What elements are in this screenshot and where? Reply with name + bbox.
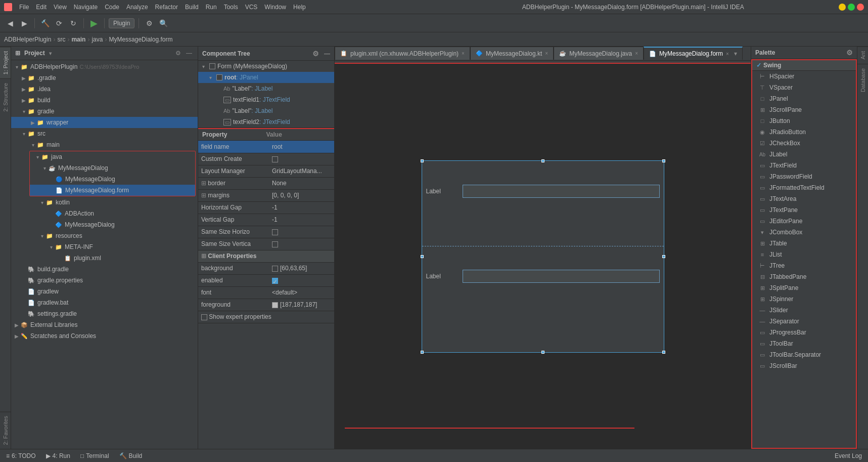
prop-row-margins[interactable]: ⊞ margins [0, 0, 0, 0]	[198, 189, 334, 201]
form-canvas[interactable]: Label Label	[422, 160, 664, 353]
bottom-tab-build[interactable]: 🔨 Build	[117, 449, 145, 462]
prop-row-ssvertica[interactable]: Same Size Vertica	[198, 238, 334, 250]
prop-row-expert[interactable]: Show expert properties	[198, 311, 334, 323]
forward-button[interactable]: ▶	[18, 17, 30, 29]
tree-item-gradlew[interactable]: 📄 gradlew	[11, 286, 198, 297]
comp-tree-label2[interactable]: Ab "Label" : JLabel	[198, 105, 334, 116]
palette-item-jbutton[interactable]: □ JButton	[752, 115, 856, 127]
minimize-button[interactable]	[839, 4, 846, 11]
ss-horizo-checkbox[interactable]	[272, 229, 278, 235]
tree-item-gradleprops[interactable]: 🐘 gradle.properties	[11, 275, 198, 286]
palette-item-hspacer[interactable]: ⊢ HSpacier	[752, 71, 856, 82]
tree-item-adbaction[interactable]: 🔷 ADBAction	[11, 208, 198, 219]
comp-tree-label1[interactable]: Ab "Label" : JLabel	[198, 83, 334, 94]
back-button[interactable]: ◀	[4, 17, 16, 29]
component-tree-gear[interactable]: ⚙	[312, 50, 319, 58]
tree-item-resources[interactable]: ▾ 📁 resources	[11, 230, 198, 241]
bc-form[interactable]: MyMessageDialog.form	[109, 36, 172, 43]
tree-item-scratches[interactable]: ▶ ✏️ Scratches and Consoles	[11, 330, 198, 342]
tab-close-msgform[interactable]: ×	[726, 51, 729, 57]
tree-item-metainf[interactable]: ▾ 📁 META-INF	[11, 241, 198, 253]
palette-item-jlabel[interactable]: Ab JLabel	[752, 149, 856, 160]
prop-expand-border[interactable]: ⊞	[201, 180, 206, 187]
palette-section-swing[interactable]: ✓ Swing	[752, 60, 856, 71]
project-minus-btn[interactable]: —	[185, 49, 194, 58]
prop-row-customcreate[interactable]: Custom Create	[198, 153, 334, 165]
editor-tab-msgkt[interactable]: 🔷 MyMessageDialog.kt ×	[470, 47, 554, 60]
palette-item-jtable[interactable]: ⊞ JTable	[752, 238, 856, 249]
menu-tools[interactable]: Tools	[221, 3, 241, 12]
prop-row-sshorizo[interactable]: Same Size Horizo	[198, 226, 334, 238]
menu-window[interactable]: Window	[261, 3, 289, 12]
comp-tree-tf2[interactable]: ▭ textField2 : JTextField	[198, 116, 334, 128]
ss-vertica-checkbox[interactable]	[272, 241, 278, 247]
menu-analyze[interactable]: Analyze	[123, 3, 151, 12]
palette-item-jtextpane[interactable]: ▭ JTextPane	[752, 204, 856, 216]
prop-expand-margins[interactable]: ⊞	[201, 192, 206, 199]
bottom-tab-todo[interactable]: ≡ 6: TODO	[4, 449, 38, 462]
tab-dropdown-icon[interactable]: ▾	[734, 50, 737, 57]
prop-row-enabled[interactable]: enabled ✓	[198, 274, 334, 286]
tree-item-settingsgradle[interactable]: 🐘 settings.gradle	[11, 308, 198, 319]
palette-item-vspacer[interactable]: ⊤ VSpacer	[752, 82, 856, 93]
prop-row-border[interactable]: ⊞ border None	[198, 177, 334, 189]
tree-item-gradlewbat[interactable]: 📄 gradlew.bat	[11, 297, 198, 308]
menu-code[interactable]: Code	[102, 3, 122, 12]
prop-row-vgap[interactable]: Vertical Gap -1	[198, 214, 334, 226]
menu-navigate[interactable]: Navigate	[71, 3, 101, 12]
prop-row-background[interactable]: background [60,63,65]	[198, 262, 334, 274]
palette-item-jtoolbar[interactable]: ▭ JToolBar	[752, 338, 856, 349]
bc-project[interactable]: ADBHelperPlugin	[4, 36, 51, 43]
menu-bar[interactable]: File Edit View Navigate Code Analyze Ref…	[16, 3, 428, 12]
tree-item-java[interactable]: ▾ 📁 java	[30, 151, 195, 162]
menu-vcs[interactable]: VCS	[242, 3, 261, 12]
side-tab-structure[interactable]: 2: Structure	[0, 78, 11, 116]
tree-item-root[interactable]: ▾ 📁 ADBHelperPlugin C:\Users\89753\IdeaP…	[11, 61, 198, 72]
comp-tree-tf1[interactable]: ▭ textField1 : JTextField	[198, 94, 334, 105]
palette-item-jtextarea[interactable]: ▭ JTextArea	[752, 193, 856, 204]
palette-item-jradio[interactable]: ◉ JRadioButton	[752, 127, 856, 138]
menu-help[interactable]: Help	[290, 3, 309, 12]
bottom-tab-terminal[interactable]: □ Terminal	[78, 449, 111, 462]
menu-view[interactable]: View	[51, 3, 70, 12]
prop-expand-client[interactable]: ⊞	[201, 253, 206, 260]
tree-item-main[interactable]: ▾ 📁 main	[11, 139, 198, 150]
palette-item-jslider[interactable]: — JSlider	[752, 305, 856, 316]
palette-item-jformatted[interactable]: ▭ JFormattedTextField	[752, 182, 856, 193]
tab-close-msgjava[interactable]: ×	[635, 51, 638, 56]
tree-item-kotlin[interactable]: ▾ 📁 kotlin	[11, 197, 198, 208]
project-gear-btn[interactable]: ⚙	[173, 49, 182, 58]
tree-item-msgdialog-class[interactable]: 🔵 MyMessageDialog	[30, 174, 195, 185]
editor-tab-msgform[interactable]: 📄 MyMessageDialog.form × ▾	[644, 47, 743, 60]
palette-item-jcheckbox[interactable]: ☑ JCheckBox	[752, 138, 856, 149]
prop-row-foreground[interactable]: foreground [187,187,187]	[198, 299, 334, 311]
run-button[interactable]: ▶	[88, 17, 100, 29]
tab-close-pluginxml[interactable]: ×	[462, 51, 465, 56]
comp-tree-form[interactable]: ▾ Form (MyMessageDialog)	[198, 61, 334, 72]
tab-close-msgkt[interactable]: ×	[545, 51, 548, 56]
tree-item-gradle-hidden[interactable]: ▶ 📁 .gradle	[11, 72, 198, 83]
palette-item-jtoolbar-sep[interactable]: ▭ JToolBar.Separator	[752, 349, 856, 360]
comp-checkbox-form[interactable]	[209, 63, 215, 69]
palette-item-jlist[interactable]: ≡ JList	[752, 249, 856, 260]
side-tab-favorites[interactable]: 2: Favorites	[0, 411, 11, 449]
tree-item-wrapper[interactable]: ▶ 📁 wrapper	[11, 117, 198, 128]
refresh-button[interactable]: ↻	[67, 17, 79, 29]
canvas-textfield-2[interactable]	[463, 270, 660, 283]
menu-build[interactable]: Build	[182, 3, 202, 12]
bc-java[interactable]: java	[92, 36, 103, 43]
custom-create-checkbox[interactable]	[272, 156, 278, 162]
tree-item-msgdialog-kt[interactable]: 🔷 MyMessageDialog	[11, 219, 198, 230]
bottom-tab-run[interactable]: ▶ 4: Run	[44, 449, 72, 462]
palette-item-jseparator[interactable]: — JSeparator	[752, 316, 856, 327]
bc-src[interactable]: src	[57, 36, 65, 43]
palette-item-jtextfield[interactable]: ▭ JTextField	[752, 160, 856, 171]
palette-item-jspinner[interactable]: ⊞ JSpinner	[752, 293, 856, 305]
palette-item-jtree[interactable]: ⊢ JTree	[752, 260, 856, 271]
side-tab-database[interactable]: Database	[857, 64, 868, 96]
canvas-textfield-1[interactable]	[463, 185, 660, 198]
enabled-checkbox[interactable]: ✓	[272, 278, 278, 284]
settings-button[interactable]: ⚙	[143, 17, 155, 29]
palette-item-jpassword[interactable]: ▭ JPasswordField	[752, 171, 856, 182]
event-log-tab[interactable]: Event Log	[833, 449, 864, 462]
